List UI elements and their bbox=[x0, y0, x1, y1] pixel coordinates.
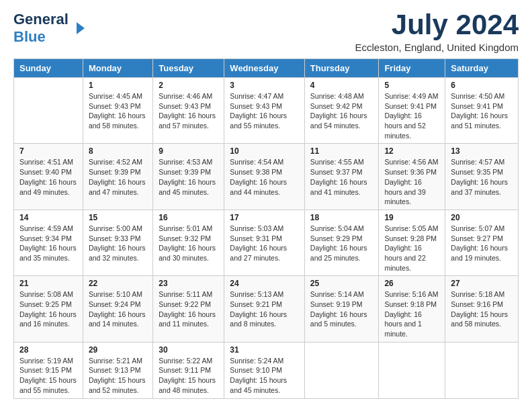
day-info: Sunrise: 4:45 AMSunset: 9:43 PMDaylight:… bbox=[89, 92, 146, 130]
calendar-week-2: 7Sunrise: 4:51 AMSunset: 9:40 PMDaylight… bbox=[14, 144, 519, 210]
calendar-cell: 23Sunrise: 5:11 AMSunset: 9:22 PMDayligh… bbox=[153, 276, 224, 342]
col-wednesday: Wednesday bbox=[224, 59, 305, 78]
calendar-cell: 1Sunrise: 4:45 AMSunset: 9:43 PMDaylight… bbox=[83, 78, 152, 144]
day-info: Sunrise: 4:48 AMSunset: 9:42 PMDaylight:… bbox=[310, 92, 367, 130]
day-info: Sunrise: 4:56 AMSunset: 9:36 PMDaylight:… bbox=[384, 158, 438, 205]
calendar-cell: 19Sunrise: 5:05 AMSunset: 9:28 PMDayligh… bbox=[379, 210, 445, 275]
day-info: Sunrise: 4:50 AMSunset: 9:41 PMDaylight:… bbox=[451, 92, 508, 130]
calendar-cell: 31Sunrise: 5:24 AMSunset: 9:10 PMDayligh… bbox=[224, 342, 305, 398]
day-info: Sunrise: 5:13 AMSunset: 9:21 PMDaylight:… bbox=[230, 290, 287, 328]
calendar-cell: 10Sunrise: 4:54 AMSunset: 9:38 PMDayligh… bbox=[224, 144, 305, 210]
day-info: Sunrise: 4:54 AMSunset: 9:38 PMDaylight:… bbox=[230, 158, 287, 195]
day-info: Sunrise: 4:46 AMSunset: 9:43 PMDaylight:… bbox=[159, 92, 216, 130]
day-number: 4 bbox=[310, 81, 373, 90]
calendar-cell: 15Sunrise: 5:00 AMSunset: 9:33 PMDayligh… bbox=[83, 210, 152, 275]
day-number: 2 bbox=[159, 81, 218, 90]
day-info: Sunrise: 4:57 AMSunset: 9:35 PMDaylight:… bbox=[451, 158, 508, 195]
page-header: General Blue July 2024 Eccleston, Englan… bbox=[13, 11, 519, 53]
day-info: Sunrise: 5:22 AMSunset: 9:11 PMDaylight:… bbox=[159, 357, 216, 394]
calendar-cell: 11Sunrise: 4:55 AMSunset: 9:37 PMDayligh… bbox=[304, 144, 379, 210]
day-number: 30 bbox=[159, 345, 218, 355]
day-number: 15 bbox=[89, 213, 147, 222]
day-info: Sunrise: 5:00 AMSunset: 9:33 PMDaylight:… bbox=[89, 224, 146, 262]
day-number: 17 bbox=[230, 213, 299, 222]
calendar-cell: 16Sunrise: 5:01 AMSunset: 9:32 PMDayligh… bbox=[153, 210, 224, 275]
day-info: Sunrise: 5:14 AMSunset: 9:19 PMDaylight:… bbox=[310, 290, 367, 328]
calendar-cell: 17Sunrise: 5:03 AMSunset: 9:31 PMDayligh… bbox=[224, 210, 305, 275]
logo-blue: Blue bbox=[13, 28, 46, 45]
logo-icon bbox=[71, 21, 86, 36]
calendar-cell: 28Sunrise: 5:19 AMSunset: 9:15 PMDayligh… bbox=[14, 342, 83, 398]
calendar-cell: 9Sunrise: 4:53 AMSunset: 9:39 PMDaylight… bbox=[153, 144, 224, 210]
calendar-cell: 5Sunrise: 4:49 AMSunset: 9:41 PMDaylight… bbox=[379, 78, 445, 144]
calendar-cell: 7Sunrise: 4:51 AMSunset: 9:40 PMDaylight… bbox=[14, 144, 83, 210]
day-info: Sunrise: 4:51 AMSunset: 9:40 PMDaylight:… bbox=[19, 158, 77, 195]
calendar-cell: 24Sunrise: 5:13 AMSunset: 9:21 PMDayligh… bbox=[224, 276, 305, 342]
day-info: Sunrise: 5:18 AMSunset: 9:16 PMDaylight:… bbox=[451, 290, 508, 328]
calendar-week-4: 21Sunrise: 5:08 AMSunset: 9:25 PMDayligh… bbox=[14, 276, 519, 342]
calendar-cell: 18Sunrise: 5:04 AMSunset: 9:29 PMDayligh… bbox=[304, 210, 379, 275]
header-row: Sunday Monday Tuesday Wednesday Thursday… bbox=[14, 59, 519, 78]
calendar-cell: 4Sunrise: 4:48 AMSunset: 9:42 PMDaylight… bbox=[304, 78, 379, 144]
day-number: 22 bbox=[89, 279, 147, 288]
col-monday: Monday bbox=[83, 59, 152, 78]
day-number: 10 bbox=[230, 146, 299, 156]
col-saturday: Saturday bbox=[445, 59, 519, 78]
day-info: Sunrise: 5:21 AMSunset: 9:13 PMDaylight:… bbox=[89, 357, 146, 394]
day-number: 5 bbox=[384, 81, 439, 90]
day-number: 6 bbox=[451, 81, 513, 90]
day-number: 26 bbox=[384, 279, 439, 288]
calendar-week-3: 14Sunrise: 4:59 AMSunset: 9:34 PMDayligh… bbox=[14, 210, 519, 275]
day-info: Sunrise: 5:08 AMSunset: 9:25 PMDaylight:… bbox=[19, 290, 77, 328]
day-info: Sunrise: 5:16 AMSunset: 9:18 PMDaylight:… bbox=[384, 290, 438, 338]
calendar-cell: 3Sunrise: 4:47 AMSunset: 9:43 PMDaylight… bbox=[224, 78, 305, 144]
calendar-cell bbox=[14, 78, 83, 144]
calendar-cell: 6Sunrise: 4:50 AMSunset: 9:41 PMDaylight… bbox=[445, 78, 519, 144]
day-number: 11 bbox=[310, 146, 373, 156]
logo: General Blue bbox=[13, 11, 86, 46]
day-info: Sunrise: 5:01 AMSunset: 9:32 PMDaylight:… bbox=[159, 224, 216, 262]
day-info: Sunrise: 4:52 AMSunset: 9:39 PMDaylight:… bbox=[89, 158, 146, 195]
day-number: 12 bbox=[384, 146, 439, 156]
col-thursday: Thursday bbox=[304, 59, 379, 78]
calendar-cell: 25Sunrise: 5:14 AMSunset: 9:19 PMDayligh… bbox=[304, 276, 379, 342]
calendar-cell: 13Sunrise: 4:57 AMSunset: 9:35 PMDayligh… bbox=[445, 144, 519, 210]
day-number: 9 bbox=[159, 146, 218, 156]
calendar-cell: 29Sunrise: 5:21 AMSunset: 9:13 PMDayligh… bbox=[83, 342, 152, 398]
day-info: Sunrise: 5:03 AMSunset: 9:31 PMDaylight:… bbox=[230, 224, 287, 262]
day-number: 14 bbox=[19, 213, 77, 222]
day-info: Sunrise: 5:10 AMSunset: 9:24 PMDaylight:… bbox=[89, 290, 146, 328]
calendar-cell: 12Sunrise: 4:56 AMSunset: 9:36 PMDayligh… bbox=[379, 144, 445, 210]
day-number: 24 bbox=[230, 279, 299, 288]
calendar-cell: 14Sunrise: 4:59 AMSunset: 9:34 PMDayligh… bbox=[14, 210, 83, 275]
day-number: 13 bbox=[451, 146, 513, 156]
day-number: 27 bbox=[451, 279, 513, 288]
calendar-week-5: 28Sunrise: 5:19 AMSunset: 9:15 PMDayligh… bbox=[14, 342, 519, 398]
calendar-body: 1Sunrise: 4:45 AMSunset: 9:43 PMDaylight… bbox=[14, 78, 519, 399]
day-number: 23 bbox=[159, 279, 218, 288]
day-info: Sunrise: 5:19 AMSunset: 9:15 PMDaylight:… bbox=[19, 357, 77, 394]
day-number: 31 bbox=[230, 345, 299, 355]
day-info: Sunrise: 4:49 AMSunset: 9:41 PMDaylight:… bbox=[384, 92, 438, 140]
calendar-cell: 27Sunrise: 5:18 AMSunset: 9:16 PMDayligh… bbox=[445, 276, 519, 342]
day-number: 29 bbox=[89, 345, 147, 355]
day-info: Sunrise: 4:53 AMSunset: 9:39 PMDaylight:… bbox=[159, 158, 216, 195]
day-info: Sunrise: 5:11 AMSunset: 9:22 PMDaylight:… bbox=[159, 290, 216, 328]
title-block: July 2024 Eccleston, England, United Kin… bbox=[355, 11, 519, 53]
calendar-week-1: 1Sunrise: 4:45 AMSunset: 9:43 PMDaylight… bbox=[14, 78, 519, 144]
calendar-cell: 8Sunrise: 4:52 AMSunset: 9:39 PMDaylight… bbox=[83, 144, 152, 210]
day-info: Sunrise: 5:05 AMSunset: 9:28 PMDaylight:… bbox=[384, 224, 438, 272]
day-number: 18 bbox=[310, 213, 373, 222]
col-tuesday: Tuesday bbox=[153, 59, 224, 78]
calendar-cell: 22Sunrise: 5:10 AMSunset: 9:24 PMDayligh… bbox=[83, 276, 152, 342]
day-number: 1 bbox=[89, 81, 147, 90]
calendar-table: Sunday Monday Tuesday Wednesday Thursday… bbox=[13, 58, 519, 399]
day-info: Sunrise: 5:24 AMSunset: 9:10 PMDaylight:… bbox=[230, 357, 287, 394]
day-info: Sunrise: 5:04 AMSunset: 9:29 PMDaylight:… bbox=[310, 224, 367, 262]
col-friday: Friday bbox=[379, 59, 445, 78]
day-number: 20 bbox=[451, 213, 513, 222]
day-number: 25 bbox=[310, 279, 373, 288]
day-info: Sunrise: 5:07 AMSunset: 9:27 PMDaylight:… bbox=[451, 224, 508, 262]
day-number: 3 bbox=[230, 81, 299, 90]
calendar-cell: 2Sunrise: 4:46 AMSunset: 9:43 PMDaylight… bbox=[153, 78, 224, 144]
